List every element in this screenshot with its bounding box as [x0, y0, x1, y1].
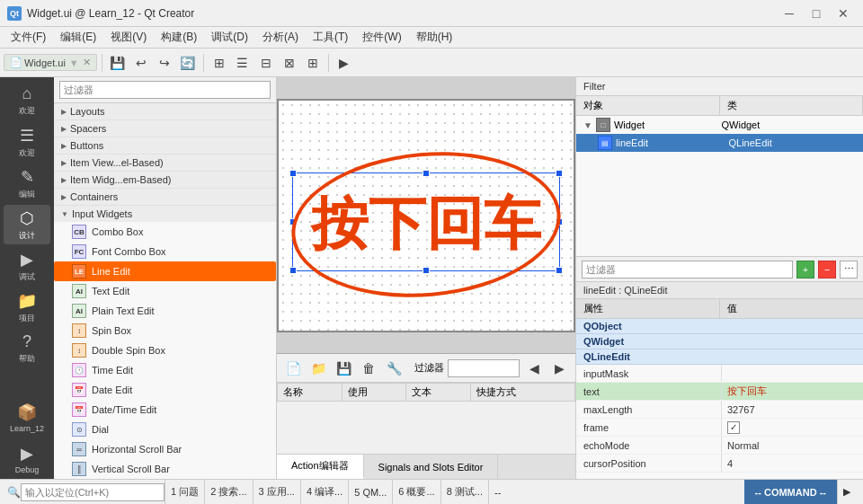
maximize-button[interactable]: □ [804, 4, 829, 22]
menu-debug[interactable]: 调试(D) [204, 28, 255, 48]
nav-run-label: Debug [15, 465, 40, 474]
toolbar-align4[interactable]: ⊠ [279, 52, 300, 74]
widget-filter-input[interactable] [59, 81, 271, 99]
nav-edit[interactable]: ✎ 编辑 [4, 164, 50, 203]
group-qwidget[interactable]: QWidget [576, 334, 863, 349]
menu-file[interactable]: 文件(F) [4, 28, 53, 48]
object-row-widget[interactable]: ▼ □ Widget QWidget [576, 116, 863, 134]
action-save-btn[interactable]: 💾 [333, 358, 354, 379]
menu-controls[interactable]: 控件(W) [355, 28, 408, 48]
canvas-content[interactable]: 按下回车 [277, 77, 575, 353]
tab-action-editor[interactable]: Action编辑器 [277, 455, 364, 479]
widget-dial[interactable]: ⊙ Dial [54, 420, 276, 439]
prop-frame-checkbox[interactable]: ✓ [727, 421, 740, 434]
group-buttons-header[interactable]: ▶ Buttons [54, 137, 276, 154]
status-test[interactable]: 8 测试... [440, 480, 488, 504]
status-apply[interactable]: 3 应用... [253, 480, 300, 504]
prop-frame-val[interactable]: ✓ [722, 419, 863, 436]
props-more-btn[interactable]: ⋯ [840, 261, 858, 279]
widget-date-edit[interactable]: 📅 Date Edit [54, 380, 276, 400]
status-qm[interactable]: 5 QM... [348, 480, 392, 504]
status-overview[interactable]: 6 概要... [392, 480, 440, 504]
group-spacers-header[interactable]: ▶ Spacers [54, 120, 276, 137]
prop-cursorpos-val[interactable]: 4 [722, 455, 863, 472]
toolbar-undo[interactable]: ↩ [130, 52, 152, 74]
group-qlineedit[interactable]: QLineEdit [576, 349, 863, 365]
toolbar-preview[interactable]: ▶ [334, 52, 355, 74]
prop-row-frame[interactable]: frame ✓ [576, 419, 863, 437]
menu-tools[interactable]: 工具(T) [306, 28, 355, 48]
tab-signals-slots[interactable]: Signals and Slots Editor [364, 455, 499, 479]
action-folder-btn[interactable]: 📁 [307, 358, 329, 379]
status-search-label: 2 搜索... [210, 485, 246, 499]
minimize-button[interactable]: ─ [777, 4, 802, 22]
toolbar-grid[interactable]: ⊞ [302, 52, 324, 74]
group-item-widgets-header[interactable]: ▶ Item Widg...em-Based) [54, 172, 276, 188]
nav-run[interactable]: ▶ Debug [4, 439, 50, 479]
group-item-views-header[interactable]: ▶ Item View...el-Based) [54, 155, 276, 171]
action-add-btn[interactable]: 📄 [282, 358, 304, 379]
prop-row-maxlength[interactable]: maxLength 32767 [576, 401, 863, 419]
prop-row-inputmask[interactable]: inputMask [576, 365, 863, 383]
widget-vertical-scroll-bar[interactable]: ║ Vertical Scroll Bar [54, 459, 276, 479]
prop-row-text[interactable]: text 按下回车 [576, 383, 863, 401]
nav-debug[interactable]: ▶ 调试 [4, 246, 50, 286]
group-layouts-header[interactable]: ▶ Layouts [54, 103, 276, 119]
widget-line-edit[interactable]: LE Line Edit [54, 261, 276, 281]
action-edit-btn[interactable]: 🔧 [383, 358, 405, 379]
scroll-left-btn[interactable]: ◀ [523, 358, 545, 379]
group-containers-header[interactable]: ▶ Containers [54, 189, 276, 205]
menu-view[interactable]: 视图(V) [103, 28, 154, 48]
status-end[interactable]: ▶ [837, 480, 856, 504]
prop-row-cursorposition[interactable]: cursorPosition 4 [576, 455, 863, 473]
menu-analyze[interactable]: 分析(A) [255, 28, 306, 48]
prop-row-echomode[interactable]: echoMode Normal [576, 437, 863, 455]
nav-design[interactable]: ⬡ 设计 [4, 205, 50, 244]
toolbar-align2[interactable]: ☰ [232, 52, 254, 74]
status-search-input[interactable] [21, 483, 165, 501]
menu-build[interactable]: 构建(B) [154, 28, 204, 48]
status-problems[interactable]: 1 问题 [165, 480, 204, 504]
prop-echomode-val[interactable]: Normal [722, 437, 863, 454]
prop-text-val[interactable]: 按下回车 [722, 383, 863, 400]
prop-maxlength-val[interactable]: 32767 [722, 401, 863, 418]
widget-horizontal-scroll-bar[interactable]: ═ Horizontal Scroll Bar [54, 439, 276, 459]
action-delete-btn[interactable]: 🗑 [358, 358, 379, 379]
widget-font-combo-box[interactable]: FC Font Combo Box [54, 242, 276, 261]
nav-welcome[interactable]: ⌂ 欢迎 [4, 81, 50, 120]
group-input-widgets-header[interactable]: ▼ Input Widgets [54, 206, 276, 222]
toolbar-align1[interactable]: ⊞ [209, 52, 230, 74]
toolbar-refresh[interactable]: 🔄 [177, 52, 199, 74]
widget-text-edit[interactable]: AI Text Edit [54, 281, 276, 301]
prop-inputmask-val[interactable] [722, 365, 863, 382]
toolbar-redo[interactable]: ↪ [154, 52, 175, 74]
status-dots[interactable]: -- [488, 480, 506, 504]
props-filter-input[interactable] [582, 261, 793, 279]
tab-filename[interactable]: Widget.ui [24, 57, 66, 68]
props-remove-btn[interactable]: − [818, 261, 836, 279]
group-qobject[interactable]: QObject [576, 319, 863, 334]
nav-welcome2[interactable]: ☰ 欢迎 [4, 122, 50, 162]
design-canvas[interactable]: 按下回车 [277, 99, 575, 332]
widget-spin-box[interactable]: ↕ Spin Box [54, 321, 276, 340]
widget-combo-box[interactable]: CB Combo Box [54, 222, 276, 242]
tab-close-btn[interactable]: ✕ [83, 57, 91, 68]
nav-help[interactable]: ? 帮助 [4, 329, 50, 368]
bottom-filter-input[interactable] [448, 359, 520, 377]
toolbar-align3[interactable]: ⊟ [255, 52, 277, 74]
status-search[interactable]: 2 搜索... [204, 480, 252, 504]
object-row-lineedit[interactable]: ▤ lineEdit QLineEdit [576, 134, 863, 152]
widget-datetime-edit[interactable]: 📅 Date/Time Edit [54, 400, 276, 420]
status-compile[interactable]: 4 编译... [300, 480, 348, 504]
menu-edit[interactable]: 编辑(E) [53, 28, 103, 48]
widget-time-edit[interactable]: 🕐 Time Edit [54, 360, 276, 380]
toolbar-save[interactable]: 💾 [107, 52, 129, 74]
close-button[interactable]: ✕ [831, 4, 856, 22]
scroll-right-btn[interactable]: ▶ [548, 358, 570, 379]
props-add-btn[interactable]: + [796, 261, 814, 279]
menu-help[interactable]: 帮助(H) [409, 28, 460, 48]
widget-plain-text-edit[interactable]: AI Plain Text Edit [54, 301, 276, 321]
nav-projects[interactable]: 📁 项目 [4, 287, 50, 327]
widget-double-spin-box[interactable]: ↕ Double Spin Box [54, 340, 276, 360]
nav-learn12[interactable]: 📦 Learn_12 [4, 398, 50, 438]
